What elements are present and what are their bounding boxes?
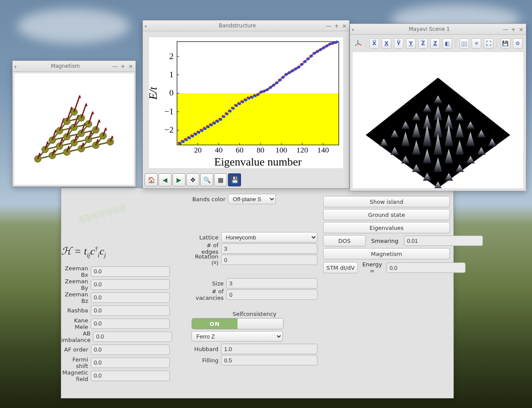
svg-point-22 xyxy=(93,142,99,149)
svg-text:80: 80 xyxy=(257,146,264,154)
subplots-icon[interactable]: ▦ xyxy=(214,173,227,186)
magnetic-field-input[interactable] xyxy=(91,371,170,381)
view-plus-x-button[interactable]: X xyxy=(370,38,379,49)
size-input[interactable] xyxy=(226,278,317,289)
svg-text:1: 1 xyxy=(169,70,174,79)
af-order-label: AF order xyxy=(61,346,88,353)
svg-point-207 xyxy=(288,71,291,74)
kane-mele-input[interactable] xyxy=(91,318,170,329)
svg-marker-89 xyxy=(85,103,88,106)
home-icon[interactable]: 🏠 xyxy=(145,173,158,186)
rotation-input[interactable] xyxy=(221,255,317,265)
zeeman-bz-input[interactable] xyxy=(91,292,170,303)
vacancies-input[interactable] xyxy=(226,289,317,300)
window-bandstructure: ▾ Bandstructure — + × 20406080100120140−… xyxy=(142,20,350,189)
edges-input[interactable] xyxy=(221,243,317,254)
rashba-input[interactable] xyxy=(91,305,170,316)
bandstructure-plot[interactable]: 20406080100120140−2−1012Eigenvalue numbe… xyxy=(149,37,343,168)
fermi-shift-input[interactable] xyxy=(91,358,170,368)
smearing-label: Smearing xyxy=(367,238,402,244)
svg-point-183 xyxy=(213,122,216,124)
ab-imbalance-input[interactable] xyxy=(93,332,172,342)
selfconsistency-toggle[interactable]: ON xyxy=(192,318,284,329)
fermi-shift-label: Fermi shift xyxy=(61,356,88,369)
minimize-button[interactable]: — xyxy=(502,26,509,32)
eigenvalues-button[interactable]: Eigenvalues xyxy=(323,222,450,233)
view-minus-z-button[interactable]: Z xyxy=(430,38,440,49)
svg-line-224 xyxy=(355,43,358,46)
titlebar-magnetism[interactable]: ▾ Magnetism — + × xyxy=(13,61,135,72)
pan-icon[interactable]: ✥ xyxy=(186,173,199,186)
parallel-projection-icon[interactable]: ▯▯ xyxy=(459,38,469,49)
zeeman-by-input[interactable] xyxy=(91,279,170,290)
svg-text:100: 100 xyxy=(275,146,287,154)
zeeman-by-label: Zeeman By xyxy=(61,278,88,291)
minimize-button[interactable]: — xyxy=(326,23,332,29)
close-button[interactable]: × xyxy=(341,23,347,29)
axis3d-icon[interactable] xyxy=(354,39,362,48)
maximize-button[interactable]: + xyxy=(510,26,516,32)
smearing-input[interactable] xyxy=(404,236,483,246)
stm-button[interactable]: STM dI/dV xyxy=(323,262,358,273)
app-menu-icon[interactable]: ▾ xyxy=(145,24,148,27)
gear-icon[interactable]: ⚙ xyxy=(513,38,522,49)
energy-label: Energy = xyxy=(360,261,385,274)
svg-point-48 xyxy=(99,133,106,139)
svg-point-186 xyxy=(223,115,225,118)
actions-panel: Show island Ground state Eigenvalues DOS… xyxy=(323,196,450,274)
dos-button[interactable]: DOS xyxy=(323,235,366,246)
hubbard-input[interactable] xyxy=(221,344,317,354)
mayavi-3d-canvas[interactable] xyxy=(353,52,523,188)
kane-mele-label: Kane Mele xyxy=(61,317,88,330)
filling-input[interactable] xyxy=(221,355,317,365)
ordering-select[interactable]: Ferro Z xyxy=(192,331,283,342)
close-button[interactable]: × xyxy=(128,63,134,69)
svg-point-215 xyxy=(314,52,316,54)
magnetism-button[interactable]: Magnetism xyxy=(323,248,450,259)
energy-input[interactable] xyxy=(387,262,466,273)
svg-point-84 xyxy=(63,118,70,125)
toggle-on-half: ON xyxy=(192,318,238,329)
minimize-button[interactable]: — xyxy=(112,63,118,69)
svg-point-221 xyxy=(332,42,335,44)
zeeman-bx-input[interactable] xyxy=(91,266,170,277)
maximize-button[interactable]: + xyxy=(334,23,340,29)
forward-icon[interactable]: ▶ xyxy=(172,173,185,186)
isometric-view-icon[interactable]: ◧ xyxy=(443,38,452,49)
save-icon[interactable]: 💾 xyxy=(228,173,241,186)
svg-marker-50 xyxy=(104,128,107,131)
af-order-input[interactable] xyxy=(91,345,170,355)
back-icon[interactable]: ◀ xyxy=(159,173,172,186)
selfconsistency-label: Selfconsistency xyxy=(192,311,317,317)
show-island-button[interactable]: Show island xyxy=(323,196,450,207)
zoom-icon[interactable]: 🔍 xyxy=(200,173,213,186)
view-minus-x-button[interactable]: X xyxy=(382,38,391,49)
svg-marker-81 xyxy=(91,112,94,115)
matplotlib-toolbar: 🏠 ◀ ▶ ✥ 🔍 ▦ 💾 xyxy=(145,173,241,186)
svg-point-189 xyxy=(232,107,235,109)
anaglyph-icon[interactable]: ✳ xyxy=(472,38,481,49)
magnetism-3d-canvas[interactable] xyxy=(14,73,134,185)
window-magnetism: ▾ Magnetism — + × xyxy=(12,60,136,187)
svg-point-194 xyxy=(248,97,250,100)
save-icon[interactable]: 💾 xyxy=(501,38,510,49)
fullscreen-icon[interactable]: ⛶ xyxy=(484,38,493,49)
close-button[interactable]: × xyxy=(518,26,524,32)
svg-point-209 xyxy=(294,67,297,70)
view-plus-y-button[interactable]: Y xyxy=(394,38,403,49)
view-minus-y-button[interactable]: Y xyxy=(406,38,416,49)
svg-point-175 xyxy=(188,136,191,139)
svg-point-178 xyxy=(198,131,200,134)
maximize-button[interactable]: + xyxy=(120,63,126,69)
view-plus-z-button[interactable]: Z xyxy=(418,38,428,49)
svg-text:40: 40 xyxy=(215,146,223,154)
bands-color-select[interactable]: Off-plane S xyxy=(228,194,276,204)
lattice-select[interactable]: Honeycomb xyxy=(221,232,317,242)
svg-text:140: 140 xyxy=(317,146,329,154)
svg-point-25 xyxy=(107,139,114,146)
titlebar-mayavi[interactable]: ▾ Mayavi Scene 1 — + × xyxy=(350,24,526,35)
titlebar-bandstructure[interactable]: ▾ Bandstructure — + × xyxy=(143,20,349,31)
app-menu-icon[interactable]: ▾ xyxy=(14,64,18,68)
app-menu-icon[interactable]: ▾ xyxy=(352,27,355,31)
ground-state-button[interactable]: Ground state xyxy=(323,209,450,220)
